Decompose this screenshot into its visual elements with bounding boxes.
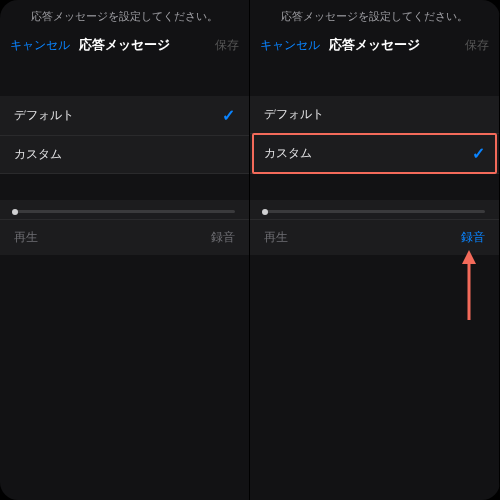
checkmark-icon: ✓ bbox=[472, 144, 485, 163]
instruction-text: 応答メッセージを設定してください。 bbox=[250, 0, 499, 30]
option-default[interactable]: デフォルト bbox=[250, 96, 499, 134]
audio-controls: 再生 録音 bbox=[0, 220, 249, 255]
navbar: キャンセル 応答メッセージ 保存 bbox=[250, 30, 499, 68]
slider-track bbox=[264, 210, 485, 213]
annotation-arrow-icon bbox=[459, 250, 479, 320]
cancel-button[interactable]: キャンセル bbox=[10, 37, 70, 54]
audio-slider[interactable] bbox=[250, 200, 499, 220]
option-label: デフォルト bbox=[264, 106, 324, 123]
checkmark-icon: ✓ bbox=[222, 106, 235, 125]
slider-track bbox=[14, 210, 235, 213]
save-button[interactable]: 保存 bbox=[179, 37, 239, 54]
instruction-text: 応答メッセージを設定してください。 bbox=[0, 0, 249, 30]
option-label: デフォルト bbox=[14, 107, 74, 124]
audio-slider[interactable] bbox=[0, 200, 249, 220]
spacer bbox=[0, 174, 249, 200]
save-button[interactable]: 保存 bbox=[429, 37, 489, 54]
audio-controls: 再生 録音 bbox=[250, 220, 499, 255]
panel-left: 応答メッセージを設定してください。 キャンセル 応答メッセージ 保存 デフォルト… bbox=[0, 0, 250, 500]
cancel-button[interactable]: キャンセル bbox=[260, 37, 320, 54]
page-title: 応答メッセージ bbox=[70, 36, 179, 54]
option-default[interactable]: デフォルト ✓ bbox=[0, 96, 249, 136]
slider-knob[interactable] bbox=[12, 209, 18, 215]
page-title: 応答メッセージ bbox=[320, 36, 429, 54]
navbar: キャンセル 応答メッセージ 保存 bbox=[0, 30, 249, 68]
record-button[interactable]: 録音 bbox=[461, 229, 485, 246]
record-button[interactable]: 録音 bbox=[211, 229, 235, 246]
option-custom[interactable]: カスタム bbox=[0, 136, 249, 174]
option-label: カスタム bbox=[14, 146, 62, 163]
option-custom[interactable]: カスタム ✓ bbox=[250, 134, 499, 174]
play-button[interactable]: 再生 bbox=[14, 229, 38, 246]
spacer bbox=[250, 68, 499, 96]
play-button[interactable]: 再生 bbox=[264, 229, 288, 246]
spacer bbox=[250, 174, 499, 200]
spacer bbox=[0, 68, 249, 96]
option-label: カスタム bbox=[264, 145, 312, 162]
panel-right: 応答メッセージを設定してください。 キャンセル 応答メッセージ 保存 デフォルト… bbox=[250, 0, 500, 500]
slider-knob[interactable] bbox=[262, 209, 268, 215]
